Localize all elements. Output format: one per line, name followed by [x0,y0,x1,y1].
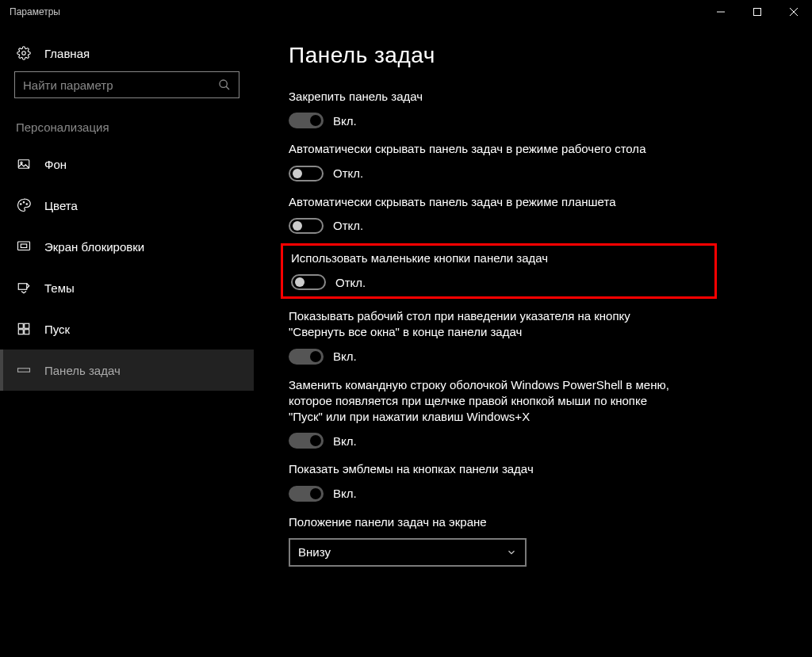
toggle-state-label: Откл. [333,166,363,180]
setting-label: Показывать рабочий стол при наведении ук… [289,308,669,341]
svg-rect-1 [754,9,761,16]
page-title: Панель задач [289,43,780,68]
setting-label: Показать эмблемы на кнопках панели задач [289,461,669,477]
sidebar-item-start[interactable]: Пуск [0,308,254,350]
setting-taskbar-position: Положение панели задач на экране Внизу [289,514,669,567]
svg-point-5 [220,80,227,87]
sidebar-item-colors[interactable]: Цвета [0,185,254,226]
sidebar-item-label: Фон [44,158,67,171]
svg-rect-15 [18,323,23,328]
sidebar-item-taskbar[interactable]: Панель задач [0,350,254,391]
picture-icon [16,157,32,171]
setting-item: Использовать маленькие кнопки панели зад… [281,243,717,299]
setting-item: Закрепить панель задачВкл. [289,89,669,128]
svg-rect-18 [25,330,29,334]
close-button[interactable] [776,0,812,24]
sidebar-item-lockscreen[interactable]: Экран блокировки [0,226,254,267]
taskbar-icon [16,363,32,377]
svg-rect-12 [18,242,30,250]
maximize-button[interactable] [739,0,776,24]
setting-label: Автоматически скрывать панель задач в ре… [289,194,669,210]
setting-label: Закрепить панель задач [289,89,669,105]
toggle-state-label: Вкл. [333,434,357,448]
setting-label: Заменить командную строку оболочкой Wind… [289,377,669,426]
toggle-state-label: Вкл. [333,487,357,500]
toggle-state-label: Вкл. [333,350,357,363]
setting-label: Положение панели задач на экране [289,514,669,530]
svg-rect-17 [18,330,23,334]
svg-point-10 [23,202,25,204]
svg-rect-16 [25,323,29,328]
content-area: Панель задач Закрепить панель задачВкл.А… [254,24,812,657]
toggle-switch[interactable] [289,113,324,128]
setting-label: Автоматически скрывать панель задач в ре… [289,141,669,157]
svg-point-4 [22,52,26,55]
home-label: Главная [44,47,90,60]
sidebar: Главная Персонализация Фон Цвета Э [0,24,254,657]
palette-icon [16,198,32,212]
sidebar-item-label: Пуск [44,323,70,336]
window-title: Параметры [10,6,60,17]
toggle-switch[interactable] [289,166,324,181]
themes-icon [16,281,32,295]
toggle-switch[interactable] [289,486,324,502]
lockscreen-icon [16,239,32,254]
search-input-wrapper[interactable] [14,71,239,98]
setting-item: Показать эмблемы на кнопках панели задач… [289,461,669,501]
titlebar: Параметры [0,0,812,24]
sidebar-item-label: Темы [44,281,75,295]
sidebar-category: Персонализация [0,120,254,143]
svg-line-6 [226,86,229,90]
home-button[interactable]: Главная [0,40,254,71]
svg-rect-13 [21,244,27,248]
gear-icon [16,46,32,60]
toggle-switch[interactable] [289,349,324,365]
sidebar-item-background[interactable]: Фон [0,143,254,185]
chevron-down-icon [506,547,517,558]
toggle-switch[interactable] [289,433,324,449]
setting-item: Заменить командную строку оболочкой Wind… [289,377,669,449]
taskbar-position-dropdown[interactable]: Внизу [289,538,527,567]
toggle-switch[interactable] [289,218,324,234]
toggle-switch[interactable] [291,274,326,290]
toggle-state-label: Откл. [333,219,363,232]
setting-item: Показывать рабочий стол при наведении ук… [289,308,669,365]
toggle-state-label: Вкл. [333,114,357,128]
sidebar-item-label: Экран блокировки [44,240,144,254]
dropdown-value: Внизу [298,545,331,559]
sidebar-item-themes[interactable]: Темы [0,267,254,308]
svg-rect-14 [18,284,27,290]
svg-point-11 [26,204,28,205]
sidebar-item-label: Панель задач [44,364,121,377]
toggle-state-label: Откл. [335,276,366,289]
svg-point-9 [21,204,22,205]
setting-item: Автоматически скрывать панель задач в ре… [289,194,669,234]
search-input[interactable] [23,78,218,92]
setting-label: Использовать маленькие кнопки панели зад… [291,250,707,266]
minimize-button[interactable] [703,0,739,24]
search-icon [218,78,231,91]
start-icon [16,322,32,336]
setting-item: Автоматически скрывать панель задач в ре… [289,141,669,181]
sidebar-item-label: Цвета [44,199,78,212]
svg-rect-19 [18,369,30,372]
